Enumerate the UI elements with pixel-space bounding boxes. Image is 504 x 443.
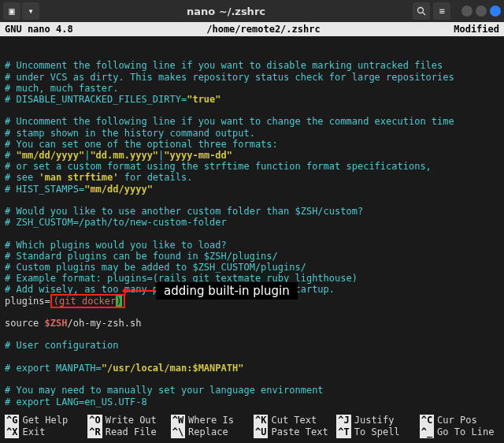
editor-line: # User configuration [5, 340, 499, 351]
shortcut-item: ^TTo Spell [336, 426, 416, 438]
editor-line: # Which plugins would you like to load? [5, 240, 499, 251]
shortcut-label: Cur Pos [437, 415, 477, 426]
shortcut-item: ^\Replace [171, 426, 250, 438]
editor-line: # export LANG=en_US.UTF-8 [5, 396, 499, 408]
search-icon[interactable] [413, 2, 430, 20]
shortcut-key: ^_ [420, 426, 434, 438]
nano-modified-flag: Modified [454, 24, 499, 35]
editor-line [5, 228, 499, 239]
shortcut-item: ^RRead File [87, 426, 167, 438]
editor-line: # Standard plugins can be found in $ZSH/… [5, 251, 499, 262]
editor-line [5, 329, 499, 340]
editor-line [5, 307, 499, 318]
editor-line: # You can set one of the optional three … [5, 139, 499, 150]
window-minimize-icon[interactable] [461, 6, 472, 17]
svg-point-0 [418, 8, 424, 13]
shortcut-label: Write Out [106, 415, 157, 426]
shortcut-label: Go To Line [437, 426, 494, 438]
folder-icon[interactable]: ▣ [3, 2, 20, 20]
shortcut-label: Paste Text [271, 426, 328, 438]
editor-line [5, 408, 499, 413]
shortcut-item: ^UPaste Text [254, 426, 333, 438]
shortcut-item: ^JJustify [336, 415, 416, 426]
annotation-callout: adding built-in plugin [124, 282, 298, 300]
editor-line: # Uncomment the following line if you wa… [5, 60, 499, 71]
editor-line [5, 105, 499, 116]
shortcut-key: ^T [336, 426, 350, 438]
shortcut-key: ^G [5, 415, 19, 426]
editor-line [5, 352, 499, 363]
editor-line: # see 'man strftime' for details. [5, 172, 499, 183]
shortcut-item: ^GGet Help [5, 415, 84, 426]
editor-line [5, 195, 499, 206]
shortcut-key: ^\ [171, 426, 185, 438]
shortcut-key: ^X [5, 426, 19, 438]
nano-shortcut-bar: ^GGet Help^OWrite Out^WWhere Is^KCut Tex… [0, 413, 504, 441]
shortcut-key: ^K [254, 415, 268, 426]
editor-line: # Uncomment the following line if you wa… [5, 116, 499, 127]
shortcut-label: Get Help [22, 415, 68, 426]
shortcut-key: ^U [254, 426, 268, 438]
plugins-highlight-box: (git docker) [50, 294, 125, 308]
shortcut-item: ^WWhere Is [171, 415, 250, 426]
annotation-label: adding built-in plugin [156, 282, 298, 300]
editor-line: # or set a custom format using the strft… [5, 161, 499, 172]
editor-line: # under VCS as dirty. This makes reposit… [5, 72, 499, 83]
svg-line-1 [423, 13, 425, 15]
shortcut-key: ^C [420, 415, 434, 426]
shortcut-item: ^KCut Text [254, 415, 333, 426]
editor-line: # stamp shown in the history command out… [5, 128, 499, 139]
arrow-icon [124, 290, 156, 292]
editor-line: # You may need to manually set your lang… [5, 385, 499, 396]
editor-line: # Would you like to use another custom f… [5, 206, 499, 217]
shortcut-key: ^J [336, 415, 350, 426]
shortcut-label: Cut Text [271, 415, 317, 426]
window-title: nano ~/.zshrc [39, 6, 413, 17]
shortcut-key: ^O [87, 415, 102, 426]
editor-line [5, 374, 499, 385]
shortcut-item: ^_Go To Line [420, 426, 499, 438]
window-maximize-icon[interactable] [476, 6, 487, 17]
editor-line: # "mm/dd/yyyy"|"dd.mm.yyyy"|"yyyy-mm-dd" [5, 150, 499, 161]
editor-line: # much, much faster. [5, 83, 499, 94]
shortcut-label: Replace [188, 426, 228, 438]
shortcut-label: Exit [22, 426, 45, 438]
nano-version: GNU nano 4.8 [5, 24, 73, 35]
editor-content[interactable]: # Uncomment the following line if you wa… [0, 36, 504, 413]
editor-line: source $ZSH/oh-my-zsh.sh [5, 318, 499, 329]
menu-icon[interactable]: ≡ [433, 2, 450, 20]
nano-filename: /home/remote2/.zshrc [73, 24, 454, 35]
editor-line: # export MANPATH="/usr/local/man:$MANPAT… [5, 363, 499, 374]
window-close-icon[interactable] [490, 6, 501, 17]
titlebar-right-controls: ≡ [413, 2, 501, 20]
editor-line: # HIST_STAMPS="mm/dd/yyyy" [5, 184, 499, 195]
chevron-down-icon[interactable]: ▾ [22, 2, 39, 20]
shortcut-label: Justify [354, 415, 395, 426]
shortcut-label: To Spell [354, 426, 400, 438]
editor-line: # ZSH_CUSTOM=/path/to/new-custom-folder [5, 217, 499, 228]
shortcut-item: ^XExit [5, 426, 84, 438]
editor-line: # Custom plugins may be added to $ZSH_CU… [5, 262, 499, 273]
shortcut-item: ^CCur Pos [420, 415, 499, 426]
cursor: ) [116, 296, 121, 307]
shortcut-key: ^W [171, 415, 185, 426]
editor-line: # DISABLE_UNTRACKED_FILES_DIRTY="true" [5, 94, 499, 105]
shortcut-item: ^OWrite Out [87, 415, 167, 426]
nano-status-bar: GNU nano 4.8 /home/remote2/.zshrc Modifi… [0, 22, 504, 36]
shortcut-key: ^R [87, 426, 102, 438]
shortcut-label: Read File [106, 426, 157, 438]
shortcut-label: Where Is [188, 415, 234, 426]
window-titlebar: ▣ ▾ nano ~/.zshrc ≡ [0, 0, 504, 22]
titlebar-left-controls: ▣ ▾ [3, 2, 39, 20]
